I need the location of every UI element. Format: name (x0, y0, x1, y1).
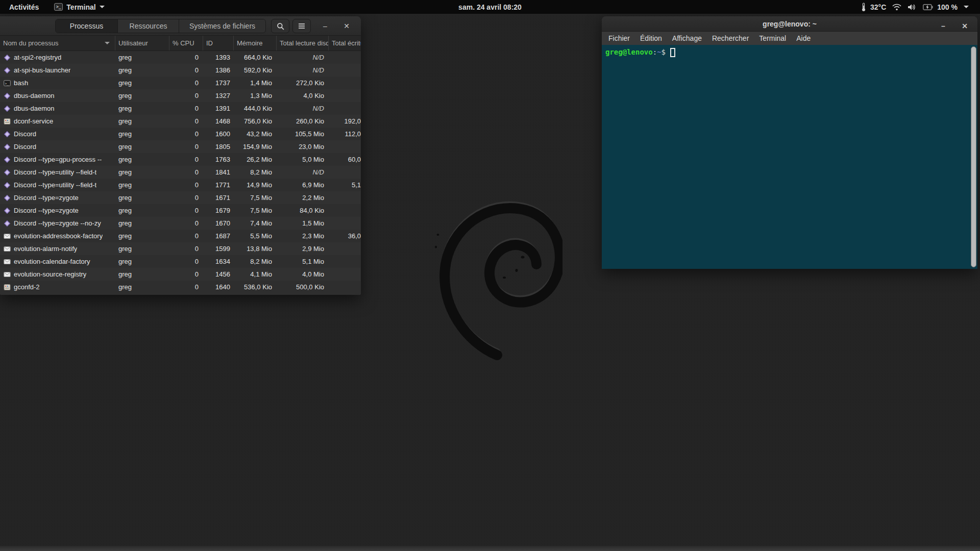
process-cpu: 0 (169, 143, 203, 151)
table-row[interactable]: Discord --type=gpu-process --greg0176326… (0, 153, 361, 166)
table-row[interactable]: Discordgreg0160043,2 Mio105,5 Mio112,0 (0, 128, 361, 140)
terminal-screen[interactable]: greg@lenovo : ~ $ (602, 45, 977, 269)
table-row[interactable]: Discord --type=zygotegreg016717,5 Mio2,2… (0, 191, 361, 204)
diamond-icon (3, 181, 11, 189)
search-button[interactable] (271, 19, 289, 33)
diamond-icon (3, 207, 11, 215)
process-memory: 592,0 Kio (234, 66, 277, 74)
prompt-user-host: greg@lenovo (605, 47, 653, 57)
prompt-colon: : (653, 47, 657, 57)
table-row[interactable]: Discordgreg01805154,9 Mio23,0 Mio (0, 140, 361, 153)
process-memory: 664,0 Kio (234, 54, 277, 61)
process-cpu: 0 (169, 130, 203, 138)
app-menu-terminal[interactable]: >_ Terminal (48, 0, 110, 14)
process-name-cell: Discord --type=zygote (0, 207, 115, 215)
process-memory: 756,0 Kio (234, 117, 277, 125)
minimize-icon: – (323, 22, 327, 30)
process-name: at-spi-bus-launcher (14, 66, 70, 74)
process-name: evolution-alarm-notify (14, 245, 77, 253)
process-name-cell: evolution-addressbook-factory (0, 232, 115, 240)
table-row[interactable]: >_bashgreg017371,4 Mio272,0 Kio (0, 77, 361, 89)
menu-aide[interactable]: Aide (792, 33, 815, 44)
process-name: at-spi2-registryd (14, 54, 61, 61)
svg-text:>_: >_ (5, 81, 9, 85)
process-memory: 1,4 Mio (234, 79, 277, 87)
process-cpu: 0 (169, 66, 203, 74)
terminal-title: greg@lenovo: ~ (763, 20, 817, 28)
menu-rechercher[interactable]: Rechercher (707, 33, 753, 44)
terminal-minimize-button[interactable]: – (936, 16, 951, 36)
diamond-icon (3, 168, 11, 177)
mail-icon (3, 270, 11, 279)
terminal-scrollbar[interactable] (971, 46, 976, 267)
table-row[interactable]: Discord --type=zygotegreg016797,5 Mio84,… (0, 204, 361, 217)
table-row[interactable]: evolution-alarm-notifygreg0159913,8 Mio2… (0, 242, 361, 255)
table-row[interactable]: gconfd-2greg01640536,0 Kio500,0 Kio (0, 281, 361, 293)
column-header[interactable]: Nom du processus (0, 36, 115, 51)
activities-button[interactable]: Activités (0, 0, 48, 14)
column-header[interactable]: Total lecture disque (277, 36, 329, 51)
table-row[interactable]: Discord --type=utility --field-tgreg0177… (0, 179, 361, 191)
process-cpu: 0 (169, 156, 203, 163)
process-disk-read: N/D (277, 105, 329, 112)
column-header[interactable]: Total écriture disque (329, 36, 361, 51)
keys-icon (3, 117, 11, 126)
diamond-icon (3, 194, 11, 202)
battery-percent-label: 100 % (937, 3, 958, 11)
table-row[interactable]: dconf-servicegreg01468756,0 Kio260,0 Kio… (0, 115, 361, 128)
process-cpu: 0 (169, 181, 203, 189)
table-row[interactable]: Discord --type=zygote --no-zygreg016707,… (0, 217, 361, 230)
process-disk-read: 500,0 Kio (277, 283, 329, 291)
table-row[interactable]: at-spi2-registrydgreg01393664,0 KioN/D (0, 51, 361, 64)
primary-menu-button[interactable] (292, 19, 311, 33)
process-user: greg (115, 130, 169, 138)
process-user: greg (115, 54, 169, 61)
process-memory: 1,3 Mio (234, 92, 277, 99)
column-header[interactable]: ID (203, 36, 234, 51)
tab-syst-mes-de-fichiers[interactable]: Systèmes de fichiers (179, 19, 265, 33)
minimize-button[interactable]: – (317, 16, 333, 36)
process-disk-read: 2,3 Mio (277, 232, 329, 240)
tab-ressources[interactable]: Ressources (118, 19, 179, 33)
table-row[interactable]: evolution-calendar-factorygreg016348,2 M… (0, 255, 361, 268)
process-id: 1763 (203, 156, 234, 163)
shell-prompt: greg@lenovo : ~ $ (605, 47, 977, 57)
menu--dition[interactable]: Édition (635, 33, 667, 44)
process-id: 1386 (203, 66, 234, 74)
clock-button[interactable]: sam. 24 avril 08:20 (458, 3, 522, 11)
table-row[interactable]: Discord --type=utility --field-tgreg0184… (0, 166, 361, 179)
close-button[interactable]: ✕ (339, 16, 354, 36)
diamond-icon (3, 219, 11, 228)
activities-label: Activités (9, 3, 39, 11)
process-cpu: 0 (169, 79, 203, 87)
tab-processus[interactable]: Processus (56, 19, 118, 33)
process-id: 1393 (203, 54, 234, 61)
table-row[interactable]: dbus-daemongreg01391444,0 KioN/D (0, 102, 361, 115)
menu-terminal[interactable]: Terminal (754, 33, 791, 44)
table-row[interactable]: dbus-daemongreg013271,3 Mio4,0 Kio (0, 89, 361, 102)
process-cpu: 0 (169, 168, 203, 176)
column-header[interactable]: Utilisateur (115, 36, 169, 51)
table-row[interactable]: evolution-source-registrygreg014564,1 Mi… (0, 268, 361, 281)
desktop-bottom-edge (0, 546, 980, 551)
menu-affichage[interactable]: Affichage (668, 33, 706, 44)
process-id: 1671 (203, 194, 234, 202)
process-name-cell: dbus-daemon (0, 92, 115, 100)
terminal-close-button[interactable]: ✕ (957, 16, 972, 36)
process-name: evolution-calendar-factory (14, 258, 90, 265)
process-memory: 5,5 Mio (234, 232, 277, 240)
process-memory: 43,2 Mio (234, 130, 277, 138)
process-name-cell: Discord (0, 143, 115, 151)
column-header[interactable]: Mémoire (234, 36, 277, 51)
table-row[interactable]: at-spi-bus-launchergreg01386592,0 KioN/D (0, 64, 361, 77)
system-status-area[interactable]: 32°C 100 % (861, 0, 980, 14)
system-menu-chevron-icon (964, 6, 969, 8)
column-header[interactable]: % CPU (169, 36, 203, 51)
terminal-menubar: FichierÉditionAffichageRechercherTermina… (602, 32, 977, 45)
table-row[interactable]: evolution-addressbook-factorygreg016875,… (0, 230, 361, 242)
terminal-titlebar[interactable]: greg@lenovo: ~ – ✕ (602, 16, 977, 32)
process-name: Discord (14, 130, 36, 138)
menu-fichier[interactable]: Fichier (604, 33, 634, 44)
process-name: dbus-daemon (14, 92, 55, 99)
process-disk-write: 36,0 (329, 232, 361, 240)
